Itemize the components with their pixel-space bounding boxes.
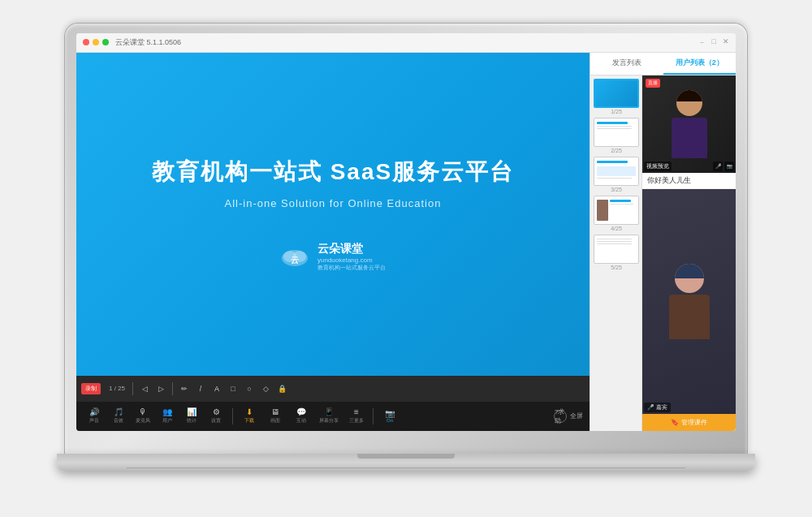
cam-indicator: 📷 [724, 162, 734, 171]
users-btn[interactable]: 👥 用户 [156, 407, 179, 426]
thumb-content-5 [594, 235, 638, 263]
circle-tool[interactable]: ○ [242, 381, 257, 396]
share-btn[interactable]: 📱 屏幕分享 [316, 407, 342, 426]
users-panel: 直播 视频预览 🎤 📷 你好美人儿生 [642, 75, 736, 431]
pen-tool[interactable]: / [193, 381, 208, 396]
left-controls: 🔊 声音 🎵 音效 🎙 麦克风 [83, 407, 227, 426]
laptop-wrapper: 云朵课堂 5.1.1.0506 － □ ✕ 教育机构一站式 SaaS服务云平台 [57, 24, 755, 494]
rect-tool[interactable]: □ [226, 381, 240, 396]
settings-icon: ⚙ [213, 408, 220, 416]
thumbnail-5[interactable]: 5/25 [594, 235, 639, 270]
maximize-dot[interactable] [102, 39, 109, 45]
guest-video-bg [642, 189, 736, 414]
logo-tagline: 教育机构一站式服务云平台 [317, 264, 386, 272]
thumb-bar-5a [597, 239, 632, 239]
titlebar-actions: － □ ✕ [698, 37, 729, 48]
mic-btn[interactable]: 🎙 麦克风 [132, 407, 154, 426]
ctrl-divider-2 [373, 408, 374, 424]
ctrl-divider-1 [232, 408, 233, 424]
thumb-num-5: 5/25 [594, 265, 639, 270]
record-button[interactable]: 录制 [81, 383, 101, 394]
eraser-tool[interactable]: ◇ [258, 381, 273, 396]
drawing-toolbar: 录制 1 / 25 ◁ ▷ ✏ / A □ ○ ◇ 🔒 [76, 376, 590, 402]
manage-courseware-btn[interactable]: 🔖 管理课件 [642, 414, 736, 431]
stats-btn[interactable]: 📊 统计 [180, 407, 203, 426]
tab-user-label: 用户列表（2） [676, 58, 723, 68]
host-label: 视频预览 [644, 162, 672, 171]
settings-label: 设置 [211, 417, 221, 424]
svg-text:云: 云 [291, 256, 299, 265]
screen-btn[interactable]: 🖥 画面 [264, 407, 287, 426]
logo-icon: 云 [280, 245, 309, 268]
tab-user-list[interactable]: 用户列表（2） [663, 53, 736, 75]
maximize-btn[interactable]: □ [712, 37, 716, 48]
sidebar-tabs: 发言列表 用户列表（2） [590, 53, 736, 75]
thumbnail-2[interactable]: 2/25 [594, 118, 639, 153]
toolbar-divider-1 [132, 382, 133, 395]
host-video: 直播 视频预览 🎤 📷 [642, 75, 736, 173]
page-info: 1 / 25 [109, 385, 125, 392]
thumb-bar-3a [597, 161, 628, 163]
thumb-content-3 [594, 157, 638, 185]
thumbnail-1[interactable]: 1/25 [594, 79, 639, 114]
tab-speaker-list[interactable]: 发言列表 [590, 53, 663, 75]
guest-hat [675, 264, 704, 278]
prev-page-btn[interactable]: ◁ [137, 381, 152, 396]
minimize-btn[interactable]: － [698, 37, 706, 48]
guest-head [675, 264, 704, 293]
thumb-bar-4a [610, 200, 631, 202]
thumb-num-3: 3/25 [594, 187, 639, 192]
close-btn[interactable]: ✕ [723, 37, 729, 48]
help-button[interactable]: ?求助 [554, 410, 567, 423]
share-label: 屏幕分享 [319, 417, 339, 424]
thumb-bar-2a [597, 122, 628, 124]
download-btn[interactable]: ⬇ 下载 [238, 407, 261, 426]
chat-btn[interactable]: 💬 互动 [290, 407, 313, 426]
audio-effect-label: 音效 [114, 417, 123, 424]
pencil-tool[interactable]: ✏ [177, 381, 192, 396]
manage-label: 管理课件 [681, 419, 707, 426]
users-icon: 👥 [162, 408, 172, 416]
slide-subtitle: All-in-one Solution for Online Education [225, 197, 442, 209]
right-controls: ?求助 全屏 [554, 410, 583, 423]
control-bar: 🔊 声音 🎵 音效 🎙 麦克风 [76, 402, 590, 431]
fullscreen-button[interactable]: 全屏 [570, 411, 583, 420]
sidebar-content: 1/25 [590, 75, 736, 431]
settings-btn[interactable]: ⚙ 设置 [205, 407, 227, 426]
thumb-bar-4b [610, 204, 633, 205]
slide-main-title: 教育机构一站式 SaaS服务云平台 [152, 157, 514, 187]
mic-label: 麦克风 [136, 417, 150, 424]
download-label: 下载 [244, 417, 254, 424]
close-dot[interactable] [83, 39, 89, 45]
text-tool[interactable]: A [209, 381, 224, 396]
screen-icon: 🖥 [271, 408, 279, 416]
camera-btn[interactable]: 📷 On [378, 408, 401, 424]
mic-indicator: 🎤 [713, 162, 723, 171]
slide-logo-area: 云 云朵课堂 yunduoketang.com 教育机构一站式服务云平台 [280, 242, 386, 272]
thumb-num-4: 4/25 [594, 226, 639, 231]
more-btn[interactable]: ≡ 三更多 [345, 407, 368, 426]
guest-person [669, 264, 710, 339]
host-hair [676, 90, 702, 101]
thumb-img-3a [597, 166, 636, 176]
host-person [672, 90, 707, 158]
sound-icon: 🔊 [89, 408, 99, 416]
thumb-num-1: 1/25 [594, 109, 639, 114]
lock-tool[interactable]: 🔒 [274, 381, 289, 396]
tab-speaker-label: 发言列表 [612, 58, 641, 68]
share-icon: 📱 [324, 408, 334, 416]
logo-text: 云朵课堂 yunduoketang.com 教育机构一站式服务云平台 [317, 242, 386, 272]
thumbnail-3[interactable]: 3/25 [594, 157, 639, 192]
titlebar: 云朵课堂 5.1.1.0506 － □ ✕ [76, 33, 736, 53]
audio-effect-btn[interactable]: 🎵 音效 [107, 407, 130, 426]
minimize-dot[interactable] [93, 39, 99, 45]
presentation-area: 教育机构一站式 SaaS服务云平台 All-in-one Solution fo… [76, 53, 590, 431]
fullscreen-label: 全屏 [570, 412, 583, 420]
sound-btn[interactable]: 🔊 声音 [83, 407, 106, 426]
thumbnail-4[interactable]: 4/25 [594, 196, 639, 231]
laptop-base [57, 454, 755, 472]
laptop-base-line [127, 467, 685, 468]
thumb-bar-5c [597, 243, 632, 244]
stats-icon: 📊 [187, 408, 197, 416]
next-page-btn[interactable]: ▷ [153, 381, 168, 396]
